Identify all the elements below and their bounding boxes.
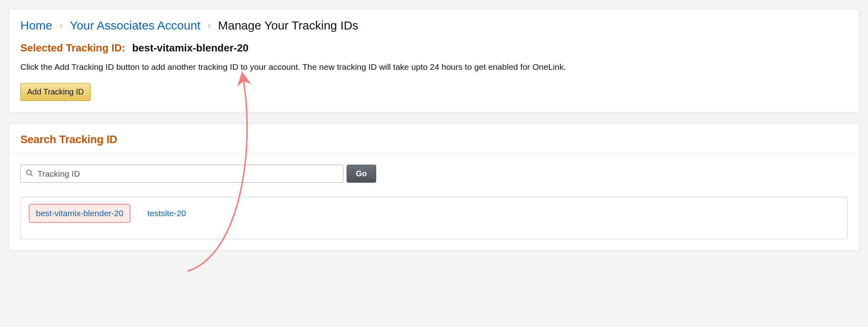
chevron-right-icon: ›	[59, 20, 63, 31]
add-tracking-id-button[interactable]: Add Tracking ID	[20, 83, 91, 101]
tracking-id-row: best-vitamix-blender-20 testsite-20	[29, 204, 839, 223]
search-row: Go	[20, 165, 848, 183]
tracking-id-tag-selected[interactable]: best-vitamix-blender-20	[29, 204, 130, 223]
selected-tracking-id-label: Selected Tracking ID:	[20, 42, 125, 54]
search-input[interactable]	[37, 169, 338, 179]
breadcrumb-home-link[interactable]: Home	[20, 19, 52, 32]
selected-tracking-id-value: best-vitamix-blender-20	[132, 42, 249, 54]
instruction-text: Click the Add Tracking ID button to add …	[20, 62, 848, 72]
manage-tracking-card: Home › Your Associates Account › Manage …	[9, 9, 859, 112]
search-title: Search Tracking ID	[20, 134, 848, 146]
search-icon	[26, 169, 34, 178]
breadcrumb-account-link[interactable]: Your Associates Account	[70, 19, 200, 32]
svg-line-1	[31, 174, 33, 176]
divider	[9, 153, 859, 154]
svg-point-0	[27, 170, 32, 175]
breadcrumb: Home › Your Associates Account › Manage …	[20, 19, 848, 32]
search-input-wrapper	[20, 165, 343, 183]
search-tracking-card: Search Tracking ID Go best-vitamix-blend…	[9, 124, 859, 251]
selected-tracking-id-line: Selected Tracking ID: best-vitamix-blend…	[20, 42, 848, 54]
tracking-id-tag[interactable]: testsite-20	[141, 205, 192, 222]
breadcrumb-current: Manage Your Tracking IDs	[218, 19, 358, 32]
tracking-id-results: best-vitamix-blender-20 testsite-20	[20, 197, 848, 239]
chevron-right-icon: ›	[207, 20, 211, 31]
go-button[interactable]: Go	[347, 165, 376, 183]
